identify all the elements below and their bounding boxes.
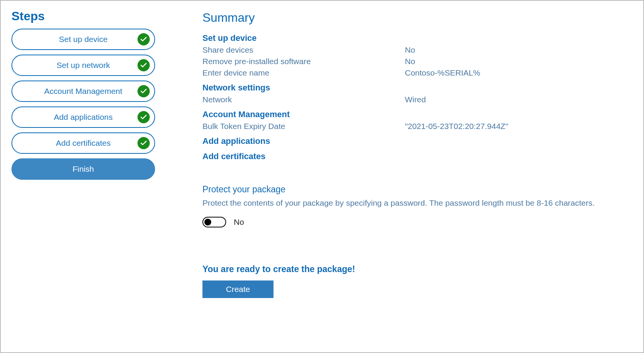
step-add-certificates[interactable]: Add certificates [11, 132, 155, 154]
section-title-certificates: Add certificates [202, 152, 633, 161]
summary-key: Enter device name [202, 68, 405, 77]
section-title-applications: Add applications [202, 136, 633, 146]
step-label: Finish [73, 164, 94, 174]
step-label: Add certificates [56, 139, 111, 148]
summary-row: Enter device name Contoso-%SERIAL% [202, 68, 633, 77]
step-label: Set up device [59, 35, 107, 44]
section-title-account: Account Management [202, 110, 633, 119]
summary-key: Remove pre-installed software [202, 57, 405, 66]
ready-text: You are ready to create the package! [202, 264, 633, 274]
section-title-setup-device: Set up device [202, 33, 633, 43]
step-add-applications[interactable]: Add applications [11, 106, 155, 128]
summary-value: Wired [405, 95, 426, 104]
summary-row: Remove pre-installed software No [202, 57, 633, 66]
steps-heading: Steps [11, 9, 180, 23]
protect-toggle-row: No [202, 217, 633, 227]
summary-value: Contoso-%SERIAL% [405, 68, 480, 77]
protect-toggle-label: No [234, 218, 244, 227]
summary-row: Network Wired [202, 95, 633, 104]
summary-value: No [405, 57, 415, 66]
create-button[interactable]: Create [202, 280, 273, 298]
step-label: Account Management [44, 87, 122, 96]
step-label: Add applications [54, 113, 113, 122]
summary-key: Bulk Token Expiry Date [202, 122, 405, 131]
steps-sidebar: Steps Set up device Set up network Accou… [11, 9, 180, 344]
summary-key: Share devices [202, 45, 405, 55]
checkmark-icon [138, 111, 150, 123]
summary-heading: Summary [202, 11, 633, 25]
step-finish[interactable]: Finish [11, 158, 155, 180]
step-label: Set up network [57, 61, 110, 70]
checkmark-icon [138, 59, 150, 71]
toggle-knob-icon [204, 219, 211, 226]
checkmark-icon [138, 33, 150, 45]
protect-toggle[interactable] [202, 217, 226, 227]
step-set-up-device[interactable]: Set up device [11, 29, 155, 50]
step-account-management[interactable]: Account Management [11, 81, 155, 102]
summary-row: Share devices No [202, 45, 633, 55]
checkmark-icon [138, 85, 150, 97]
summary-key: Network [202, 95, 405, 104]
summary-value: "2021-05-23T02:20:27.944Z" [405, 122, 508, 131]
section-title-network: Network settings [202, 83, 633, 93]
protect-description: Protect the contents of your package by … [202, 198, 633, 208]
summary-value: No [405, 45, 415, 55]
checkmark-icon [138, 137, 150, 149]
summary-panel: Summary Set up device Share devices No R… [180, 9, 633, 344]
summary-row: Bulk Token Expiry Date "2021-05-23T02:20… [202, 122, 633, 131]
step-set-up-network[interactable]: Set up network [11, 55, 155, 76]
protect-heading: Protect your package [202, 184, 633, 195]
